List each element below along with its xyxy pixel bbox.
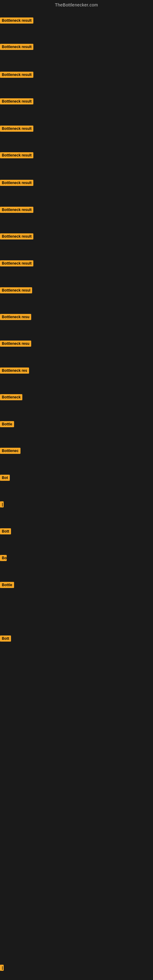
- bottleneck-badge: Bottleneck result: [0, 207, 33, 213]
- bottleneck-badge: Bottleneck result: [0, 44, 33, 50]
- bottleneck-badge: |: [0, 501, 4, 508]
- bottleneck-badge: Bo: [0, 555, 7, 561]
- bottleneck-row: Bo: [0, 555, 7, 561]
- bottleneck-badge: Bottleneck result: [0, 126, 33, 132]
- bottleneck-row: Bottleneck: [0, 394, 22, 400]
- bottleneck-badge: Bottlenec: [0, 448, 21, 454]
- bottleneck-badge: |: [0, 965, 4, 971]
- bottleneck-row: Bottlenec: [0, 448, 21, 454]
- bottleneck-row: Bottleneck result: [0, 72, 33, 78]
- bottleneck-row: |: [0, 501, 4, 508]
- bottleneck-row: Bot: [0, 475, 10, 481]
- bottleneck-badge: Bottle: [0, 582, 14, 588]
- bottleneck-badge: Bottleneck result: [0, 260, 33, 266]
- bottleneck-badge: Bott: [0, 528, 11, 535]
- bottleneck-badge: Bottleneck result: [0, 98, 33, 105]
- bottleneck-row: Bottleneck result: [0, 180, 33, 186]
- bottleneck-row: Bottleneck result: [0, 44, 33, 50]
- bottleneck-row: Bottleneck result: [0, 126, 33, 132]
- bottleneck-badge: Bottleneck result: [0, 233, 33, 240]
- bottleneck-row: Bott: [0, 635, 11, 641]
- bottleneck-row: Bottle: [0, 582, 14, 588]
- bottleneck-row: Bottleneck result: [0, 260, 33, 266]
- bottleneck-row: Bottleneck result: [0, 18, 33, 24]
- bottleneck-row: Bottleneck resul: [0, 287, 32, 293]
- bottleneck-badge: Bottleneck res: [0, 368, 29, 374]
- bottleneck-row: Bottleneck result: [0, 152, 33, 158]
- bottleneck-row: Bottleneck resu: [0, 340, 31, 347]
- bottleneck-badge: Bottleneck resul: [0, 287, 32, 293]
- site-title: TheBottlenecker.com: [0, 0, 153, 10]
- bottleneck-badge: Bottleneck result: [0, 18, 33, 24]
- bottleneck-row: |: [0, 965, 4, 971]
- bottleneck-badge: Bottleneck result: [0, 152, 33, 158]
- bottleneck-badge: Bottleneck: [0, 394, 22, 400]
- bottleneck-row: Bottleneck res: [0, 368, 29, 374]
- bottleneck-badge: Bottleneck result: [0, 72, 33, 78]
- bottleneck-badge: Bottleneck resu: [0, 340, 31, 347]
- bottleneck-row: Bottleneck result: [0, 207, 33, 213]
- bottleneck-row: Bottle: [0, 421, 14, 427]
- bottleneck-badge: Bott: [0, 635, 11, 641]
- bottleneck-row: Bottleneck result: [0, 233, 33, 240]
- bottleneck-row: Bottleneck resu: [0, 314, 31, 320]
- bottleneck-badge: Bottleneck result: [0, 180, 33, 186]
- bottleneck-badge: Bot: [0, 475, 10, 481]
- bottleneck-badge: Bottle: [0, 421, 14, 427]
- bottleneck-badge: Bottleneck resu: [0, 314, 31, 320]
- bottleneck-row: Bott: [0, 528, 11, 535]
- bottleneck-row: Bottleneck result: [0, 98, 33, 105]
